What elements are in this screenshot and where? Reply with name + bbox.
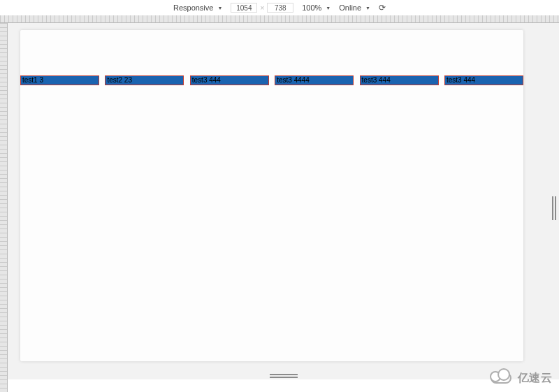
list-item: test3 444 <box>444 75 523 85</box>
viewport-bottom-strip <box>8 365 559 379</box>
chevron-down-icon: ▼ <box>217 6 222 10</box>
device-mode-select[interactable]: Responsive ▼ <box>173 3 222 12</box>
viewport-dimensions: 1054 × 738 <box>231 3 293 13</box>
item-label: test2 23 <box>107 76 132 84</box>
devtools-ruler-horizontal <box>0 15 559 23</box>
rotate-orientation-button[interactable]: ⟳ <box>379 3 386 13</box>
network-label: Online <box>339 3 361 12</box>
list-item: test3 4444 <box>275 75 354 85</box>
devtools-ruler-vertical <box>0 23 8 392</box>
zoom-label: 100% <box>302 3 321 12</box>
dimension-separator: × <box>260 4 264 12</box>
page-body: test1 3 test2 23 test3 444 test3 4444 te… <box>20 30 523 361</box>
viewport-width-input[interactable]: 1054 <box>231 3 257 13</box>
chevron-down-icon: ▼ <box>326 6 331 10</box>
flex-row: test1 3 test2 23 test3 444 test3 4444 te… <box>20 75 523 85</box>
zoom-select[interactable]: 100% ▼ <box>302 3 331 12</box>
item-label: test1 3 <box>22 76 43 84</box>
item-label: test3 444 <box>192 76 221 84</box>
watermark: 亿速云 <box>491 365 553 391</box>
device-mode-label: Responsive <box>173 3 213 12</box>
devtools-device-toolbar: Responsive ▼ 1054 × 738 100% ▼ Online ▼ … <box>0 0 559 15</box>
list-item: test3 444 <box>190 75 269 85</box>
item-label: test3 444 <box>447 76 475 84</box>
watermark-text: 亿速云 <box>518 371 553 386</box>
item-label: test3 444 <box>362 76 391 84</box>
chevron-down-icon: ▼ <box>365 6 370 10</box>
viewport-resize-handle-bottom[interactable] <box>270 374 298 378</box>
item-label: test3 4444 <box>277 76 310 84</box>
list-item: test1 3 <box>20 75 99 85</box>
rotate-icon: ⟳ <box>379 3 386 13</box>
list-item: test3 444 <box>360 75 439 85</box>
emulated-viewport: test1 3 test2 23 test3 444 test3 4444 te… <box>8 23 559 365</box>
list-item: test2 23 <box>105 75 184 85</box>
network-throttle-select[interactable]: Online ▼ <box>339 3 370 12</box>
cloud-icon <box>491 370 514 386</box>
viewport-height-input[interactable]: 738 <box>267 3 293 13</box>
viewport-resize-handle-right[interactable] <box>552 196 556 220</box>
